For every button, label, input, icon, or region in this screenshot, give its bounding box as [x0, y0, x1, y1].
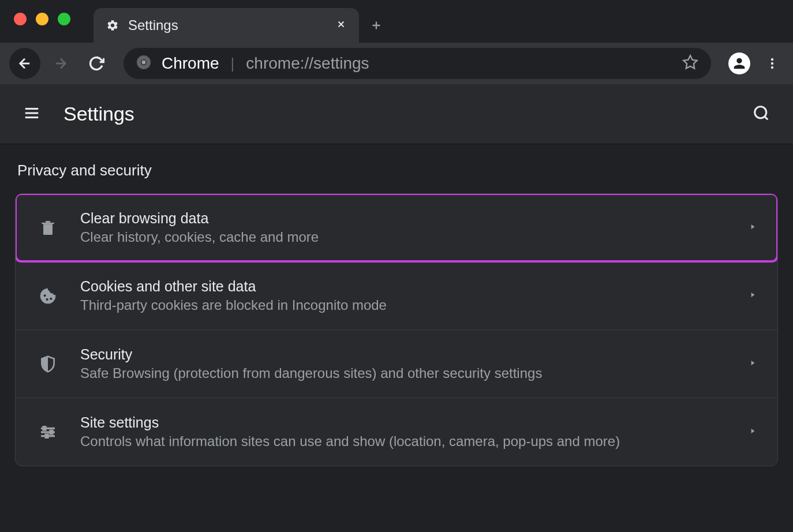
address-bar[interactable]: Chrome | chrome://settings	[124, 48, 711, 79]
cookies-row[interactable]: Cookies and other site data Third-party …	[16, 261, 777, 329]
settings-card: Clear browsing data Clear history, cooki…	[15, 193, 778, 466]
menu-hamburger-icon[interactable]	[23, 104, 40, 124]
section-title: Privacy and security	[17, 162, 778, 179]
svg-rect-16	[50, 430, 53, 433]
profile-button[interactable]	[728, 53, 750, 74]
forward-button[interactable]	[45, 48, 76, 79]
row-desc: Clear history, cookies, cache and more	[80, 229, 728, 245]
trash-icon	[36, 216, 59, 239]
row-desc: Safe Browsing (protection from dangerous…	[80, 365, 728, 381]
address-bar-url: chrome://settings	[246, 54, 369, 73]
row-desc: Controls what information sites can use …	[80, 433, 728, 449]
address-bar-text: Chrome | chrome://settings	[162, 54, 672, 73]
row-title: Clear browsing data	[80, 210, 728, 227]
gear-icon	[106, 19, 119, 32]
clear-browsing-data-row[interactable]: Clear browsing data Clear history, cooki…	[16, 194, 777, 261]
new-tab-button[interactable]	[359, 8, 394, 43]
row-title: Security	[80, 346, 728, 363]
window-close-button[interactable]	[14, 13, 27, 25]
back-button[interactable]	[9, 48, 40, 79]
window-minimize-button[interactable]	[36, 13, 48, 25]
security-row[interactable]: Security Safe Browsing (protection from …	[16, 329, 777, 398]
toolbar: Chrome | chrome://settings	[0, 43, 793, 84]
svg-rect-17	[46, 434, 48, 437]
menu-button[interactable]	[761, 52, 784, 75]
chevron-right-icon	[749, 223, 757, 233]
reload-button[interactable]	[81, 48, 112, 79]
chevron-right-icon	[749, 291, 757, 301]
address-bar-separator: |	[231, 55, 235, 73]
svg-line-11	[765, 116, 768, 119]
tab-bar: Settings	[0, 0, 793, 43]
svg-point-2	[142, 61, 146, 65]
svg-rect-15	[43, 426, 46, 429]
close-tab-button[interactable]	[336, 19, 346, 32]
bookmark-star-icon[interactable]	[682, 54, 698, 73]
chevron-right-icon	[749, 427, 757, 437]
svg-point-5	[771, 62, 773, 65]
chrome-logo-icon	[136, 55, 151, 72]
search-icon[interactable]	[753, 104, 770, 124]
chevron-right-icon	[749, 359, 757, 369]
row-title: Cookies and other site data	[80, 278, 728, 295]
window-controls	[8, 13, 93, 43]
site-settings-row[interactable]: Site settings Controls what information …	[16, 398, 777, 466]
svg-point-10	[755, 106, 766, 118]
window-maximize-button[interactable]	[58, 13, 70, 25]
svg-marker-3	[683, 55, 697, 68]
browser-tab[interactable]: Settings	[93, 8, 359, 43]
content-area: Privacy and security Clear browsing data…	[0, 144, 793, 484]
row-title: Site settings	[80, 414, 728, 431]
cookie-icon	[36, 284, 59, 308]
sliders-icon	[36, 421, 59, 444]
settings-header: Settings	[0, 84, 793, 144]
page-title: Settings	[63, 103, 134, 125]
address-bar-app: Chrome	[162, 54, 219, 73]
tab-title: Settings	[128, 17, 178, 33]
svg-point-4	[771, 58, 773, 61]
svg-point-6	[771, 66, 773, 69]
shield-icon	[36, 353, 59, 376]
row-desc: Third-party cookies are blocked in Incog…	[80, 297, 728, 313]
